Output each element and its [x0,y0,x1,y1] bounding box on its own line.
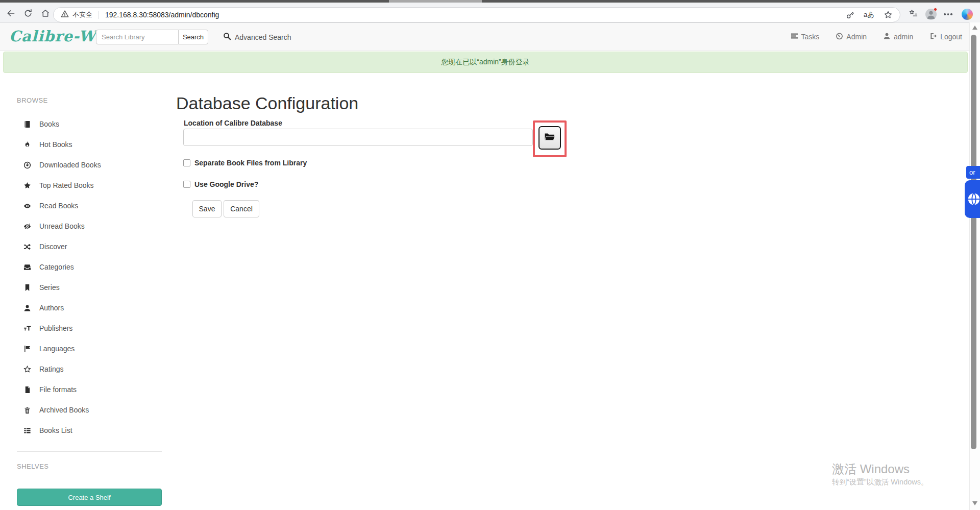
logout-icon [929,32,937,41]
inbox-icon [23,263,32,271]
profile-notification-dot [934,8,937,11]
sidebar-item-discover[interactable]: Discover [17,236,162,257]
separate-files-label: Separate Book Files from Library [194,159,307,167]
password-key-icon[interactable] [846,11,854,19]
bookmark-icon [23,284,32,292]
tasks-icon [791,32,798,41]
side-widget-tag[interactable]: or [966,166,980,179]
use-gdrive-checkbox[interactable] [183,181,190,188]
sidebar-item-label: Publishers [39,324,72,332]
alert-message: 您现在已以“admin”身份登录 [441,58,529,67]
page-title: Database Configuration [176,93,358,113]
sidebar-item-top-rated-books[interactable]: Top Rated Books [17,175,162,196]
sidebar-item-read-books[interactable]: Read Books [17,196,162,216]
magnifier-icon [223,32,231,42]
browse-section-header: BROWSE [17,96,48,104]
save-button[interactable]: Save [192,200,222,217]
side-widget-globe-button[interactable] [965,180,980,218]
sidebar-item-label: Authors [39,304,64,312]
scrollbar-up-arrow[interactable] [972,26,977,30]
sidebar-item-books-list[interactable]: Books List [17,420,162,441]
not-secure-warning-icon [61,10,69,20]
sidebar-item-archived-books[interactable]: Archived Books [17,400,162,420]
db-location-input[interactable] [183,129,533,146]
collections-icon [909,9,918,20]
sidebar-nav: Books Hot Books Downloaded Books Top Rat… [17,114,162,441]
address-bar[interactable]: 不安全 192.168.8.30:58083/admin/dbconfig aあ [53,7,900,22]
folder-icon [544,133,555,143]
nav-user[interactable]: admin [883,32,913,41]
back-button[interactable] [4,8,17,21]
translate-icon[interactable]: aあ [864,10,874,19]
search-group: Search [96,30,208,44]
separate-files-checkbox[interactable] [183,159,190,166]
shuffle-icon [23,243,32,251]
shelves-section-header: SHELVES [17,463,49,470]
sidebar-item-file-formats[interactable]: File formats [17,379,162,400]
app-header: Calibre-Web Search Advanced Search Tasks… [0,23,980,51]
star-outline-icon [23,366,32,373]
copilot-icon[interactable] [962,9,973,20]
sidebar-item-downloaded-books[interactable]: Downloaded Books [17,155,162,175]
sidebar-item-label: Series [39,283,60,292]
use-gdrive-row: Use Google Drive? [183,180,258,188]
sidebar-item-publishers[interactable]: Publishers [17,318,162,338]
scrollbar-down-arrow[interactable] [972,501,977,505]
favorite-star-icon[interactable] [884,10,893,19]
sidebar-divider [17,451,162,452]
advanced-search-label: Advanced Search [235,33,291,41]
user-icon [883,32,891,41]
home-icon [41,9,50,20]
back-icon [6,9,15,20]
windows-activation-watermark-line2: 转到“设置”以激活 Windows。 [832,477,928,487]
nav-tasks[interactable]: Tasks [791,32,820,41]
browser-menu-button[interactable] [944,13,952,15]
search-button[interactable]: Search [178,30,208,44]
nav-admin[interactable]: Admin [836,32,867,41]
cancel-button[interactable]: Cancel [224,200,259,217]
db-location-label: Location of Calibre Database [184,119,282,127]
nav-admin-label: Admin [846,33,867,41]
dashboard-icon [836,32,843,41]
folder-picker-button[interactable] [538,126,561,150]
eye-slash-icon [23,223,32,230]
browser-toolbar: 不安全 192.168.8.30:58083/admin/dbconfig aあ [0,3,980,23]
advanced-search-link[interactable]: Advanced Search [223,32,291,42]
address-divider [99,11,99,19]
sidebar-item-series[interactable]: Series [17,277,162,298]
top-nav: Tasks Admin admin Logout [791,32,962,41]
sidebar-item-label: Ratings [39,365,63,373]
sidebar-item-ratings[interactable]: Ratings [17,359,162,379]
flag-icon [23,345,32,353]
fire-icon [23,141,32,149]
file-icon [23,386,32,394]
sidebar-item-books[interactable]: Books [17,114,162,134]
refresh-button[interactable] [21,8,35,21]
sidebar-item-label: Downloaded Books [39,161,101,169]
sidebar-item-unread-books[interactable]: Unread Books [17,216,162,236]
eye-icon [23,202,32,210]
sidebar-item-languages[interactable]: Languages [17,338,162,359]
star-icon [23,182,32,189]
sidebar-item-label: Books List [39,426,72,434]
book-icon [23,120,32,128]
sidebar-item-label: Unread Books [39,222,85,230]
login-success-alert: 您现在已以“admin”身份登录 [3,52,968,73]
sidebar-item-authors[interactable]: Authors [17,298,162,318]
sidebar-item-hot-books[interactable]: Hot Books [17,134,162,155]
favorites-bar-button[interactable] [906,8,920,21]
sidebar-item-label: Categories [39,263,74,271]
sidebar-item-categories[interactable]: Categories [17,257,162,277]
sidebar-item-label: File formats [39,385,77,394]
create-shelf-button[interactable]: Create a Shelf [17,489,162,506]
globe-icon [967,192,980,206]
scrollbar-thumb[interactable] [971,35,976,449]
nav-logout-label: Logout [940,33,962,41]
refresh-icon [23,9,33,20]
url-text[interactable]: 192.168.8.30:58083/admin/dbconfig [105,11,837,19]
home-button[interactable] [39,8,52,21]
sidebar-item-label: Discover [39,242,67,251]
search-input[interactable] [96,30,179,44]
nav-logout[interactable]: Logout [929,32,962,41]
security-label: 不安全 [72,10,92,19]
